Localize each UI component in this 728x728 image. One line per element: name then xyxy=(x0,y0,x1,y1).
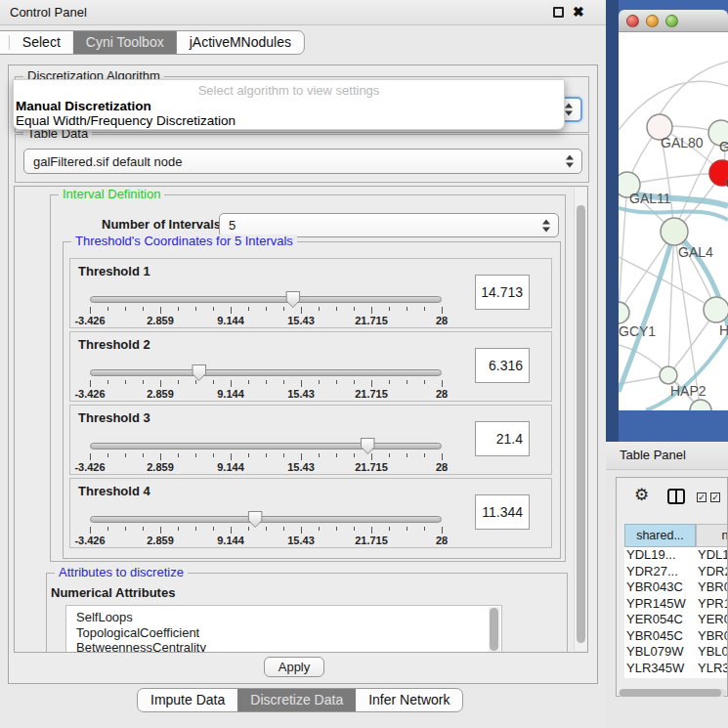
network-view-border xyxy=(606,0,619,442)
scale-label: 28 xyxy=(436,388,448,400)
network-window-titlebar[interactable] xyxy=(619,10,728,32)
slider-thumb[interactable] xyxy=(361,438,375,454)
table-row[interactable]: YIL052CYIL0 xyxy=(624,676,727,678)
numerical-attributes-heading: Numerical Attributes xyxy=(51,585,175,600)
algorithm-option-manual[interactable]: Manual Discretization xyxy=(16,99,151,113)
tab-cyni-toolbox[interactable]: Cyni Toolbox xyxy=(73,31,177,54)
tab-impute-data[interactable]: Impute Data xyxy=(138,689,237,711)
zoom-traffic-light-icon[interactable] xyxy=(665,15,678,27)
checkbox-icon[interactable]: ✓ xyxy=(697,492,707,502)
table-row[interactable]: YDR27...YDR2 xyxy=(624,564,727,580)
table-row[interactable]: YBL079WYBL0 xyxy=(624,644,727,661)
table-rows: YDL19...YDL1YDR27...YDR2YBR043CYBR0YPR14… xyxy=(624,547,727,678)
network-node-gal4[interactable] xyxy=(661,218,688,245)
table-row[interactable]: YER054CYER0 xyxy=(624,612,727,628)
close-icon[interactable]: ✖ xyxy=(573,4,584,20)
network-canvas[interactable]: GAL80GCGAL11GAL4GCY1HHAP2 xyxy=(619,32,728,410)
network-edge[interactable] xyxy=(619,81,728,130)
tick-mark xyxy=(125,307,126,311)
column-header-name[interactable]: n xyxy=(696,524,727,547)
scale-label: 28 xyxy=(436,535,448,546)
threshold-value-field[interactable]: 14.713 xyxy=(475,275,530,310)
table-row[interactable]: YBR043CYBR0 xyxy=(624,579,727,596)
settings-vertical-scrollbar[interactable] xyxy=(574,188,586,651)
attribute-items: SelfLoopsTopologicalCoefficientBetweenne… xyxy=(66,606,501,653)
tick-mark xyxy=(301,307,302,314)
cell-shared-name: YPR145W xyxy=(626,596,695,613)
cell-name: YDR2 xyxy=(698,564,727,580)
cell-shared-name: YLR345W xyxy=(626,661,695,677)
attributes-group: Attributes to discretize Numerical Attri… xyxy=(46,573,568,653)
list-scrollbar[interactable] xyxy=(489,607,500,653)
apply-button[interactable]: Apply xyxy=(264,657,324,677)
table-data-combobox[interactable]: galFiltered.sif default node xyxy=(23,149,582,174)
tab-style[interactable]: Style xyxy=(0,31,9,54)
slider-thumb[interactable] xyxy=(192,364,206,381)
tick-mark xyxy=(90,453,91,460)
tick-mark xyxy=(107,527,108,531)
slider-thumb[interactable] xyxy=(285,291,300,308)
algorithm-option-equal-width[interactable]: Equal Width/Frequency Discretization xyxy=(16,113,236,128)
bottom-tab-bar: Impute DataDiscretize DataInfer Network xyxy=(137,688,463,712)
threshold-value-field[interactable]: 6.316 xyxy=(475,348,530,383)
tick-mark xyxy=(424,380,425,384)
control-panel-titlebar: Control Panel ✖ xyxy=(0,0,606,25)
table-row[interactable]: YDL19...YDL1 xyxy=(624,547,727,564)
float-icon[interactable] xyxy=(553,7,564,18)
column-header-shared[interactable]: shared... xyxy=(624,524,696,547)
columns-icon[interactable] xyxy=(667,489,685,504)
slider-track[interactable] xyxy=(90,516,442,523)
checkbox-icon[interactable]: ✓ xyxy=(710,492,720,502)
tick-mark xyxy=(266,307,267,311)
scale-label: -3.426 xyxy=(74,535,105,546)
tick-mark xyxy=(248,527,249,531)
slider-track[interactable] xyxy=(90,369,442,376)
scale-label: 2.859 xyxy=(147,461,174,473)
tick-mark xyxy=(442,453,443,460)
network-edge-thick[interactable] xyxy=(646,335,728,410)
tick-mark xyxy=(231,307,232,314)
network-edge[interactable] xyxy=(619,232,674,313)
slider-track[interactable] xyxy=(90,296,442,303)
minimize-traffic-light-icon[interactable] xyxy=(646,15,659,27)
tab-infer-network[interactable]: Infer Network xyxy=(356,689,462,711)
attribute-item[interactable]: TopologicalCoefficient xyxy=(66,625,501,641)
tick-mark xyxy=(125,380,126,384)
network-edge[interactable] xyxy=(627,173,722,185)
algorithm-placeholder-option[interactable]: Select algorithm to view settings xyxy=(14,83,564,98)
scale-label: -3.426 xyxy=(74,315,105,326)
tick-mark xyxy=(354,307,355,311)
tab-discretize-data[interactable]: Discretize Data xyxy=(237,689,356,711)
tick-mark xyxy=(178,453,179,457)
attribute-item[interactable]: BetweennessCentrality xyxy=(66,640,501,653)
slider-track[interactable] xyxy=(90,443,442,450)
gear-icon[interactable]: ⚙ xyxy=(634,487,649,503)
network-node-hap2[interactable] xyxy=(660,366,677,384)
tab-select[interactable]: Select xyxy=(10,31,73,54)
threshold-value-field[interactable]: 11.344 xyxy=(475,494,530,530)
network-graph: GAL80GCGAL11GAL4GCY1HHAP2 xyxy=(619,32,728,410)
threshold-slider: -3.4262.8599.14415.4321.71528 xyxy=(90,294,442,327)
scale-label: 15.43 xyxy=(287,461,315,473)
slider-thumb[interactable] xyxy=(248,511,263,528)
tick-mark xyxy=(160,307,161,314)
table-row[interactable]: YPR145WYPR1 xyxy=(624,596,727,613)
close-traffic-light-icon[interactable] xyxy=(626,15,639,27)
network-node-h[interactable] xyxy=(704,297,728,322)
tick-mark xyxy=(90,380,91,387)
cell-name: YIL0 xyxy=(698,676,727,678)
table-row[interactable]: YLR345WYLR3 xyxy=(624,661,727,677)
network-edge[interactable] xyxy=(619,185,627,313)
attribute-item[interactable]: SelfLoops xyxy=(66,610,501,625)
tab-label: Infer Network xyxy=(368,689,450,711)
network-node-label: GCY1 xyxy=(619,323,656,339)
table-row[interactable]: YBR045CYBR0 xyxy=(624,628,727,645)
threshold-value-field[interactable]: 21.4 xyxy=(475,421,530,456)
tick-mark xyxy=(107,307,108,311)
network-node-gcy1[interactable] xyxy=(619,302,629,323)
scale-label: 9.144 xyxy=(217,461,244,473)
network-node-label: GAL11 xyxy=(629,191,671,206)
tab-jactivemnodules[interactable]: jActiveMNodules xyxy=(177,31,304,54)
numerical-attributes-list: SelfLoopsTopologicalCoefficientBetweenne… xyxy=(65,605,502,653)
table-horizontal-scrollbar[interactable] xyxy=(619,689,726,697)
